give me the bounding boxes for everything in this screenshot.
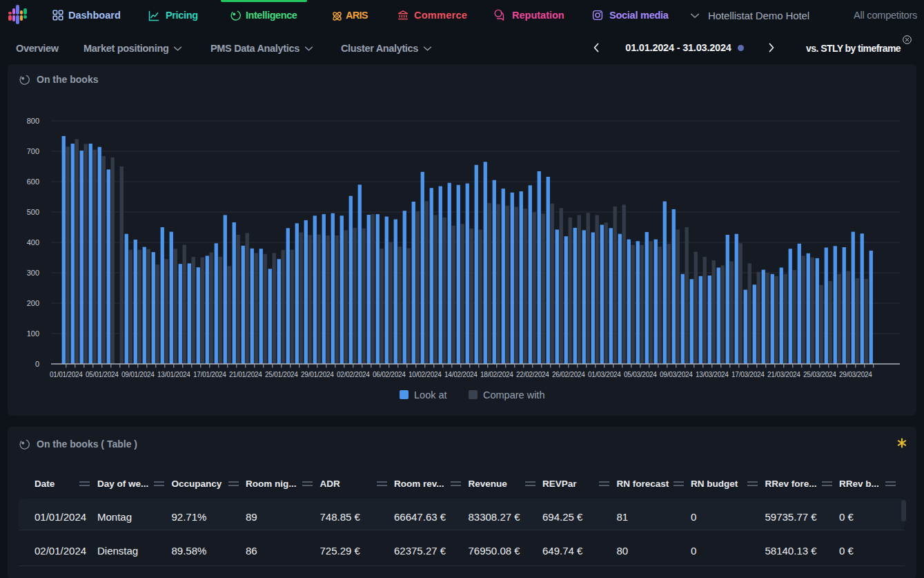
svg-text:17/03/2024: 17/03/2024 [731,371,765,378]
svg-text:700: 700 [27,147,39,155]
svg-text:21/03/2024: 21/03/2024 [767,371,800,378]
svg-text:09/03/2024: 09/03/2024 [660,371,693,378]
svg-text:300: 300 [27,269,39,277]
svg-text:02/02/2024: 02/02/2024 [337,371,370,378]
svg-text:01/01/2024: 01/01/2024 [50,371,83,378]
svg-text:05/01/2024: 05/01/2024 [86,371,119,378]
svg-text:200: 200 [27,299,39,307]
svg-text:06/02/2024: 06/02/2024 [373,371,406,378]
svg-text:29/03/2024: 29/03/2024 [839,371,872,378]
svg-text:29/01/2024: 29/01/2024 [301,371,334,378]
svg-text:05/03/2024: 05/03/2024 [624,371,657,378]
svg-text:17/01/2024: 17/01/2024 [193,371,226,378]
svg-text:22/02/2024: 22/02/2024 [516,371,549,378]
svg-text:600: 600 [27,177,39,186]
svg-text:500: 500 [27,208,39,216]
svg-text:25/01/2024: 25/01/2024 [265,371,298,378]
svg-text:21/01/2024: 21/01/2024 [229,371,262,378]
svg-text:0: 0 [35,360,39,368]
svg-text:13/03/2024: 13/03/2024 [696,371,729,378]
svg-text:14/02/2024: 14/02/2024 [444,371,478,378]
svg-text:26/02/2024: 26/02/2024 [552,371,585,378]
svg-text:01/03/2024: 01/03/2024 [588,371,621,378]
svg-text:400: 400 [27,238,39,247]
svg-text:13/01/2024: 13/01/2024 [157,371,190,378]
svg-text:09/01/2024: 09/01/2024 [121,371,155,378]
svg-text:25/03/2024: 25/03/2024 [803,371,836,378]
svg-text:800: 800 [27,117,39,125]
svg-text:100: 100 [27,329,39,338]
svg-text:18/02/2024: 18/02/2024 [480,371,513,378]
svg-text:10/02/2024: 10/02/2024 [409,371,442,378]
